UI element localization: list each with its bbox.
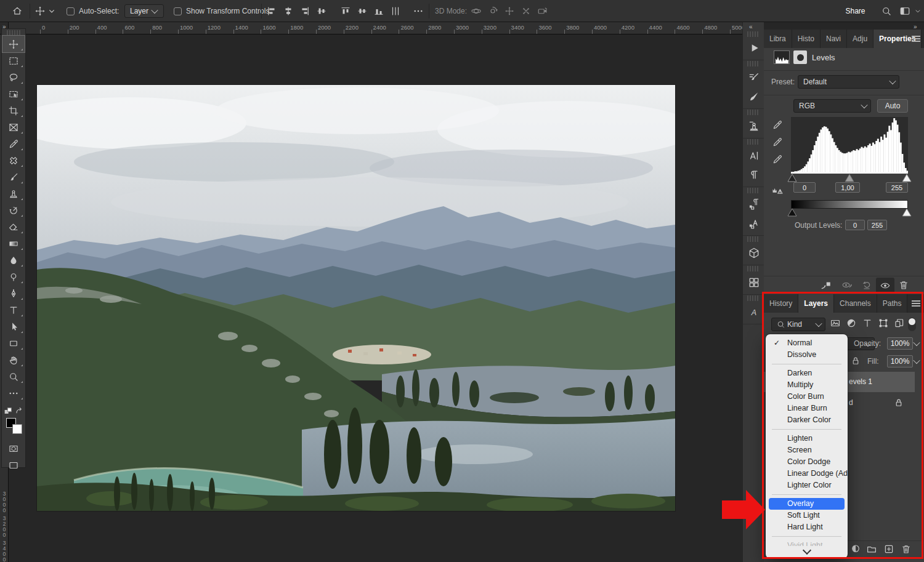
levels-input-sliders[interactable]: [787, 174, 912, 182]
tool-path-selection-icon[interactable]: [2, 318, 25, 335]
gamma-input[interactable]: 1,00: [835, 182, 860, 193]
menu-item-color-dodge[interactable]: Color Dodge: [769, 456, 845, 468]
tab-libra[interactable]: Libra: [764, 30, 792, 48]
dock-paragraph-styles-icon[interactable]: [743, 195, 764, 214]
black-point-eyedropper-icon[interactable]: [771, 119, 784, 130]
tool-dodge-icon[interactable]: [2, 268, 25, 285]
tool-shape-icon[interactable]: [2, 335, 25, 351]
align-left-icon[interactable]: [266, 6, 277, 17]
clip-to-layer-icon[interactable]: [819, 279, 833, 291]
screen-mode-icon[interactable]: [2, 457, 25, 473]
type-filter-icon[interactable]: [861, 318, 873, 329]
delete-adjustment-icon[interactable]: [897, 279, 910, 291]
menu-item-hard-light[interactable]: Hard Light: [769, 521, 845, 533]
output-highlight-input[interactable]: 255: [867, 220, 887, 230]
image-filter-icon[interactable]: [829, 318, 841, 329]
menu-scroll-down-icon[interactable]: [766, 546, 848, 558]
dock-glyphs-icon[interactable]: A: [743, 302, 764, 321]
lock-all-icon[interactable]: [850, 355, 861, 366]
roll-3d-icon[interactable]: [487, 6, 498, 17]
channel-select[interactable]: RGB: [793, 99, 871, 113]
swap-colors-icon[interactable]: [14, 406, 24, 417]
visibility-eye-icon[interactable]: [876, 278, 894, 294]
tool-object-selection-icon[interactable]: [2, 86, 25, 102]
menu-item-screen[interactable]: Screen: [769, 444, 845, 456]
dock-character-icon[interactable]: [743, 146, 764, 165]
adjustment-layer-icon[interactable]: [849, 544, 862, 555]
hamburger-menu-icon[interactable]: [912, 36, 920, 42]
tool-frame-icon[interactable]: [2, 119, 25, 135]
slide-3d-icon[interactable]: [521, 6, 532, 17]
menu-item-lighten[interactable]: Lighten: [769, 433, 845, 444]
panel-grip[interactable]: [747, 31, 760, 37]
hamburger-menu-icon[interactable]: [912, 300, 920, 307]
adjustment-filter-icon[interactable]: [845, 318, 857, 329]
distribute-bottom-icon[interactable]: [373, 6, 384, 17]
tool-gradient-icon[interactable]: [2, 235, 25, 252]
tool-crop-icon[interactable]: [2, 102, 25, 119]
tool-eraser-icon[interactable]: [2, 219, 25, 235]
dock-paragraph-icon[interactable]: [743, 165, 764, 184]
tab-histo[interactable]: Histo: [792, 30, 821, 48]
tab-navi[interactable]: Navi: [821, 30, 847, 48]
panel-grip[interactable]: [747, 266, 760, 271]
ellipsis-icon[interactable]: [411, 0, 425, 22]
shadow-input[interactable]: 0: [793, 182, 816, 193]
distribute-center-icon[interactable]: [357, 6, 368, 17]
menu-item-overlay[interactable]: Overlay: [769, 498, 845, 510]
tool-marquee-icon[interactable]: [2, 52, 25, 69]
reset-icon[interactable]: [860, 279, 873, 291]
menu-item-linear-burn[interactable]: Linear Burn: [769, 403, 845, 414]
chevron-down-icon[interactable]: [914, 0, 922, 22]
auto-select-checkbox[interactable]: [67, 0, 75, 22]
view-previous-state-icon[interactable]: [840, 279, 854, 291]
canvas-image[interactable]: [37, 85, 675, 511]
menu-item-darker-color[interactable]: Darker Color: [769, 414, 845, 426]
filter-toggle-switch[interactable]: [908, 318, 916, 331]
quick-mask-icon[interactable]: [2, 440, 25, 457]
home-icon[interactable]: [9, 0, 26, 22]
align-center-h-icon[interactable]: [283, 6, 294, 17]
tool-pen-icon[interactable]: [2, 285, 25, 302]
tool-more-tools-icon[interactable]: [2, 385, 25, 401]
fill-chevron-icon[interactable]: [914, 359, 919, 364]
default-colors-icon[interactable]: [3, 406, 13, 417]
chevron-down-icon[interactable]: [47, 0, 57, 22]
dock-brush-settings-icon[interactable]: [743, 68, 764, 87]
opacity-chevron-icon[interactable]: [914, 341, 919, 346]
show-transform-checkbox[interactable]: [174, 0, 182, 22]
tool-hand-icon[interactable]: [2, 351, 25, 368]
camera-3d-icon[interactable]: [537, 6, 548, 17]
menu-item-dissolve[interactable]: Dissolve: [769, 349, 845, 361]
background-color-swatch[interactable]: [12, 424, 22, 434]
preset-select[interactable]: Default: [798, 75, 899, 89]
dock-patterns-icon[interactable]: [743, 273, 764, 292]
tool-healing-brush-icon[interactable]: [2, 152, 25, 169]
workspace-icon[interactable]: [897, 0, 913, 22]
shape-filter-icon[interactable]: [877, 318, 890, 329]
menu-item-normal[interactable]: Normal✓: [769, 337, 845, 349]
auto-button[interactable]: Auto: [877, 99, 908, 113]
highlight-input[interactable]: 255: [886, 182, 908, 193]
tab-channels[interactable]: Channels: [834, 294, 877, 313]
tab-paths[interactable]: Paths: [877, 294, 908, 313]
dock-threed-icon[interactable]: [743, 243, 764, 262]
smart-object-filter-icon[interactable]: [893, 318, 906, 329]
menu-item-multiply[interactable]: Multiply: [769, 379, 845, 391]
gray-point-eyedropper-icon[interactable]: [771, 137, 784, 148]
panel-grip[interactable]: [747, 110, 760, 115]
panel-grip[interactable]: [747, 139, 760, 145]
tool-zoom-icon[interactable]: [2, 368, 25, 385]
fill-input[interactable]: 100%: [887, 355, 913, 367]
align-center-v-icon[interactable]: [316, 6, 327, 17]
output-sliders[interactable]: [787, 209, 912, 217]
tab-adju[interactable]: Adju: [847, 30, 873, 48]
menu-item-lighter-color[interactable]: Lighter Color: [769, 480, 845, 491]
auto-select-target-select[interactable]: Layer: [124, 4, 164, 18]
orbit-3d-icon[interactable]: [471, 6, 482, 17]
tab-layers[interactable]: Layers: [798, 294, 834, 313]
tool-type-icon[interactable]: [2, 302, 25, 318]
align-right-icon[interactable]: [299, 6, 310, 17]
tool-history-brush-icon[interactable]: [2, 202, 25, 219]
white-point-eyedropper-icon[interactable]: [771, 154, 784, 165]
